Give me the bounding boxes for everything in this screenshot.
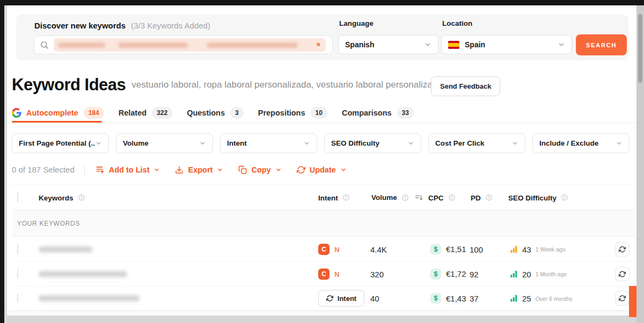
cpc-value: €1,72	[446, 269, 466, 278]
table-header-row: Keywords Intent Volume CPC PD SEO Di	[12, 185, 635, 210]
table-row[interactable]: C N 4.4K $ €1,51 100 43 1 Week ago	[12, 237, 635, 262]
cpc-value: €1,43	[446, 294, 466, 303]
keyword-chips[interactable]: ×	[54, 38, 326, 52]
filter-volume[interactable]: Volume	[116, 133, 213, 153]
keywords-added-status: (3/3 Keywords Added)	[131, 21, 210, 30]
chevron-down-icon	[424, 41, 431, 48]
intent-navigational-badge: N	[334, 270, 340, 278]
add-to-list-button[interactable]: Add to List	[96, 165, 160, 174]
language-select[interactable]: Spanish	[338, 35, 438, 54]
discover-title: Discover new keywords	[34, 21, 126, 30]
chip-close-icon[interactable]: ×	[316, 40, 320, 48]
info-icon[interactable]	[401, 194, 409, 202]
row-refresh-button[interactable]	[615, 242, 630, 256]
info-icon[interactable]	[561, 194, 568, 202]
row-checkbox[interactable]	[17, 293, 18, 303]
send-feedback-button[interactable]: Send Feedback	[431, 76, 500, 96]
location-value: Spain	[465, 40, 558, 49]
bar-chart-icon	[510, 245, 518, 253]
pd-value: 100	[470, 245, 483, 254]
filter-intent[interactable]: Intent	[220, 133, 317, 153]
next-section-strip	[7, 311, 636, 315]
filter-cost-per-click[interactable]: Cost Per Click	[428, 133, 525, 153]
tab-count-badge: 322	[152, 107, 172, 119]
update-button[interactable]: Update	[297, 166, 347, 174]
chevron-down-icon	[199, 140, 206, 147]
redacted-keyword	[39, 271, 127, 277]
chevron-down-icon	[95, 140, 102, 147]
filter-include-exclude[interactable]: Include / Exclude	[532, 133, 630, 153]
bulk-action-bar: 0 of 187 Selected Add to List Export Cop…	[12, 161, 362, 178]
volume-value: 4.4K	[370, 245, 387, 254]
intent-commercial-badge: C	[318, 268, 330, 279]
row-checkbox[interactable]	[17, 244, 18, 254]
tab-questions[interactable]: Questions 3	[187, 107, 244, 119]
tab-comparisons[interactable]: Comparisons 33	[342, 107, 414, 119]
get-intent-button[interactable]: Intent	[318, 290, 364, 307]
discover-panel: Discover new keywords (3/3 Keywords Adde…	[16, 15, 628, 60]
tab-label: Questions	[187, 109, 225, 117]
sort-descending-icon[interactable]	[415, 193, 423, 202]
filter-seo-difficulty[interactable]: SEO Difficulty	[324, 133, 421, 153]
filter-label: SEO Difficulty	[331, 139, 379, 147]
filter-bar: First Page Potential (.. Volume Intent S…	[12, 133, 630, 153]
tab-count-badge: 33	[397, 107, 414, 119]
seo-difficulty-value: 20	[522, 269, 531, 278]
chevron-down-icon	[217, 167, 223, 173]
volume-value: 320	[370, 269, 384, 278]
action-label: Copy	[251, 166, 270, 174]
scrollbar-thumb[interactable]	[638, 14, 642, 83]
row-refresh-button[interactable]	[615, 291, 630, 306]
last-updated: 1 Month ago	[536, 271, 567, 277]
column-header-pd: PD	[471, 193, 481, 202]
tab-autocomplete[interactable]: Autocomplete 184	[12, 107, 104, 119]
filter-first-page-potential[interactable]: First Page Potential (..	[12, 133, 109, 153]
bottom-edge	[4, 315, 644, 323]
action-label: Add to List	[109, 166, 150, 174]
chevron-down-icon	[616, 140, 623, 147]
row-refresh-button[interactable]	[615, 267, 630, 281]
chevron-down-icon	[303, 140, 310, 147]
scroll-indicator[interactable]	[629, 286, 637, 317]
keyword-ideas-app: Discover new keywords (3/3 Keywords Adde…	[0, 0, 644, 323]
tab-label: Comparisons	[342, 109, 392, 117]
redacted-keyword-chip	[207, 42, 298, 48]
pd-value: 37	[470, 294, 479, 303]
redacted-keyword	[39, 246, 92, 252]
copy-button[interactable]: Copy	[238, 166, 281, 174]
scrollbar[interactable]	[636, 5, 644, 323]
location-select[interactable]: Spain	[441, 35, 572, 54]
search-button[interactable]: SEARCH	[576, 34, 627, 55]
tab-related[interactable]: Related 322	[119, 107, 172, 119]
export-button[interactable]: Export	[175, 166, 223, 174]
tab-label: Autocomplete	[26, 109, 78, 117]
seed-keywords-text: vestuario laboral, ropa laboral personal…	[131, 80, 442, 90]
table-row[interactable]: C N 320 $ €1,72 92 20 1 Month ago	[12, 262, 635, 286]
page-header: Keyword Ideas vestuario laboral, ropa la…	[12, 74, 457, 96]
tab-prepositions[interactable]: Prepositions 10	[258, 107, 327, 119]
table-row[interactable]: Intent 40 $ €1,43 37 25 Over 6 months	[12, 286, 635, 311]
location-label: Location	[442, 19, 472, 27]
info-icon[interactable]	[485, 194, 493, 202]
intent-button-label: Intent	[338, 295, 356, 303]
select-all-checkbox[interactable]	[17, 192, 18, 203]
tab-count-badge: 10	[311, 107, 327, 119]
export-icon	[175, 166, 184, 174]
info-icon[interactable]	[448, 194, 456, 202]
refresh-icon	[297, 166, 305, 174]
column-header-intent: Intent	[318, 193, 338, 202]
dollar-icon: $	[430, 244, 441, 255]
keyword-search-input[interactable]: ×	[34, 35, 333, 54]
spain-flag-icon	[448, 41, 459, 49]
action-label: Export	[188, 166, 213, 174]
info-icon[interactable]	[78, 194, 85, 202]
refresh-icon	[326, 295, 333, 302]
row-checkbox[interactable]	[17, 269, 18, 279]
page-title: Keyword Ideas	[12, 75, 126, 95]
last-updated: 1 Week ago	[536, 246, 566, 253]
language-value: Spanish	[345, 40, 424, 49]
info-icon[interactable]	[342, 194, 350, 202]
copy-icon	[238, 166, 247, 174]
dollar-icon: $	[430, 293, 441, 304]
intent-navigational-badge: N	[334, 245, 340, 253]
